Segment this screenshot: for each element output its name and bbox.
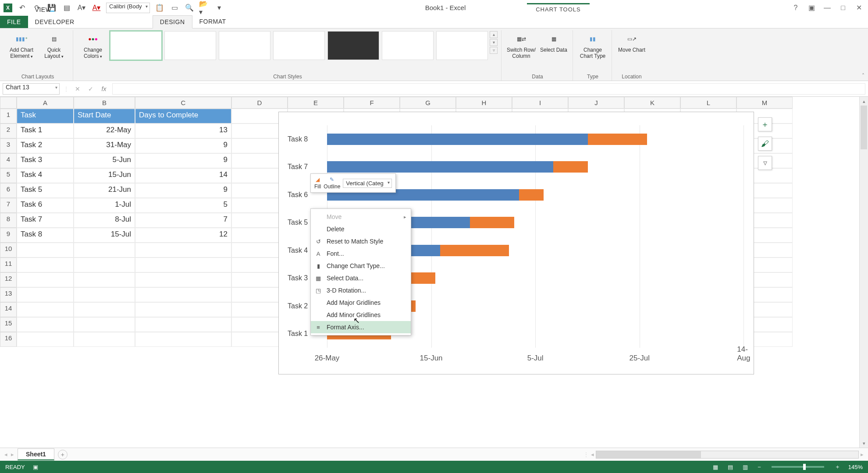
- formula-input[interactable]: [112, 83, 865, 95]
- style-thumb[interactable]: [327, 31, 379, 60]
- ctx-select-data[interactable]: ▦Select Data...: [311, 272, 411, 284]
- qat-customize-icon[interactable]: ▾: [214, 3, 224, 13]
- cell[interactable]: 5-Jun: [74, 153, 135, 168]
- cell[interactable]: [135, 302, 231, 317]
- minimize-icon[interactable]: —: [822, 4, 833, 12]
- cell[interactable]: Task: [17, 109, 74, 124]
- cell[interactable]: Task 3: [17, 153, 74, 168]
- cell[interactable]: 22-May: [74, 124, 135, 138]
- cell[interactable]: Task 4: [17, 168, 74, 183]
- cell[interactable]: 9: [135, 138, 231, 153]
- cell[interactable]: [135, 272, 231, 287]
- cell[interactable]: Start Date: [74, 109, 135, 124]
- sheet-tab[interactable]: Sheet1: [18, 448, 54, 460]
- sheet-nav-next-icon[interactable]: ▸: [11, 451, 14, 458]
- select-all-corner[interactable]: [0, 97, 17, 109]
- new-sheet-icon[interactable]: +: [58, 450, 68, 459]
- cell[interactable]: [135, 287, 231, 302]
- bar-series-2[interactable]: [470, 217, 514, 228]
- column-header[interactable]: M: [736, 97, 793, 109]
- ribbon-collapse-icon[interactable]: ˄: [862, 73, 864, 79]
- bar-series-1[interactable]: [327, 161, 553, 173]
- cancel-formula-icon[interactable]: ✕: [73, 85, 82, 92]
- ctx-reset-to-match-style[interactable]: ↺Reset to Match Style: [311, 235, 411, 247]
- column-header[interactable]: G: [400, 97, 456, 109]
- enter-formula-icon[interactable]: ✓: [86, 85, 96, 92]
- hscroll-left-icon[interactable]: ◂: [591, 451, 594, 458]
- zoom-in-icon[interactable]: ＋: [833, 463, 842, 471]
- vertical-scrollbar[interactable]: ▴ ▾: [859, 97, 868, 448]
- cell[interactable]: [74, 258, 135, 272]
- cell[interactable]: Task 6: [17, 198, 74, 213]
- row-header[interactable]: 6: [0, 183, 17, 198]
- category-label[interactable]: Task 7: [288, 163, 308, 171]
- cell[interactable]: [74, 243, 135, 258]
- macro-record-icon[interactable]: ▣: [31, 464, 40, 470]
- scroll-down-icon[interactable]: ▾: [860, 439, 868, 448]
- row-header[interactable]: 12: [0, 272, 17, 287]
- row-header[interactable]: 7: [0, 198, 17, 213]
- column-header[interactable]: D: [231, 97, 288, 109]
- ctx--d-rotation[interactable]: ◳3-D Rotation...: [311, 284, 411, 297]
- cell[interactable]: [74, 272, 135, 287]
- column-header[interactable]: A: [17, 97, 74, 109]
- row-header[interactable]: 15: [0, 317, 17, 332]
- help-icon[interactable]: ?: [790, 4, 801, 12]
- style-thumb[interactable]: [382, 31, 434, 60]
- close-icon[interactable]: ✕: [853, 4, 864, 12]
- cell[interactable]: [74, 317, 135, 332]
- horizontal-scrollbar[interactable]: [596, 451, 859, 459]
- row-header[interactable]: 9: [0, 228, 17, 243]
- undo-icon[interactable]: ↶: [17, 3, 27, 13]
- tab-developer[interactable]: DEVELOPER: [28, 16, 87, 28]
- cell[interactable]: [17, 272, 74, 287]
- column-header[interactable]: I: [512, 97, 568, 109]
- ctx-format-axis[interactable]: ≡Format Axis...: [311, 321, 411, 333]
- tab-file[interactable]: FILE: [0, 16, 28, 28]
- select-data-button[interactable]: ▦ Select Data: [538, 31, 569, 53]
- cell[interactable]: [135, 258, 231, 272]
- view-page-layout-icon[interactable]: ▤: [726, 464, 735, 470]
- column-header[interactable]: E: [288, 97, 344, 109]
- mini-fill-button[interactable]: ◢ Fill: [314, 176, 321, 190]
- row-header[interactable]: 11: [0, 258, 17, 272]
- row-header[interactable]: 4: [0, 153, 17, 168]
- zoom-out-icon[interactable]: −: [756, 464, 763, 470]
- category-label[interactable]: Task 3: [288, 274, 308, 282]
- bar-series-2[interactable]: [519, 189, 544, 201]
- cell[interactable]: 9: [135, 183, 231, 198]
- view-page-break-icon[interactable]: ▥: [741, 464, 750, 470]
- cell[interactable]: 12: [135, 228, 231, 243]
- sheet-nav-prev-icon[interactable]: ◂: [4, 451, 7, 458]
- paste-icon[interactable]: ▭: [169, 3, 180, 13]
- column-header[interactable]: B: [74, 97, 135, 109]
- mini-outline-button[interactable]: ✎ Outline: [324, 176, 340, 190]
- open-icon[interactable]: 📂▾: [199, 3, 210, 13]
- tab-review[interactable]: REVIEW: [28, 0, 87, 4]
- column-header[interactable]: C: [135, 97, 231, 109]
- row-header[interactable]: 16: [0, 332, 17, 347]
- cell[interactable]: 15-Jun: [74, 168, 135, 183]
- category-label[interactable]: Task 6: [288, 191, 308, 199]
- cell[interactable]: Task 8: [17, 228, 74, 243]
- ctx-add-major-gridlines[interactable]: Add Major Gridlines: [311, 297, 411, 309]
- cell[interactable]: [17, 317, 74, 332]
- gallery-scroll[interactable]: ▴▾▿: [490, 31, 498, 54]
- cell[interactable]: Task 1: [17, 124, 74, 138]
- row-header[interactable]: 13: [0, 287, 17, 302]
- name-box[interactable]: Chart 13: [3, 83, 60, 95]
- cell[interactable]: [74, 287, 135, 302]
- hscroll-right-icon[interactable]: ▸: [861, 451, 864, 458]
- column-header[interactable]: H: [456, 97, 512, 109]
- zoom-slider[interactable]: [772, 466, 824, 468]
- cell[interactable]: [17, 302, 74, 317]
- cell[interactable]: [135, 332, 231, 347]
- cell[interactable]: [135, 243, 231, 258]
- fx-icon[interactable]: fx: [99, 85, 109, 92]
- column-header[interactable]: K: [624, 97, 680, 109]
- cell[interactable]: [17, 287, 74, 302]
- scroll-up-icon[interactable]: ▴: [860, 97, 868, 106]
- ctx-font[interactable]: AFont...: [311, 247, 411, 260]
- tab-format[interactable]: FORMAT: [192, 15, 233, 28]
- cell[interactable]: [74, 302, 135, 317]
